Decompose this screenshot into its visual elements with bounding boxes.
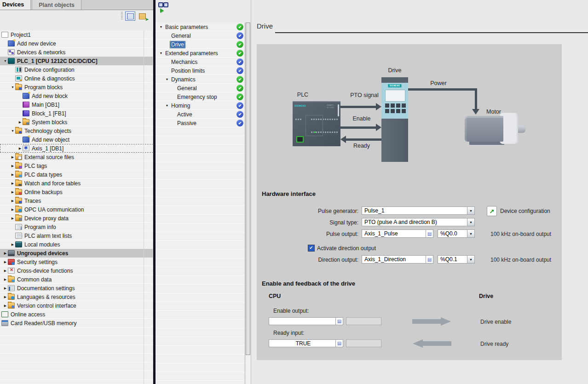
expander-icon[interactable]: ▶ — [3, 252, 8, 255]
config-nav-item[interactable]: Passive ✔ — [156, 119, 245, 127]
tree-item[interactable]: ▶ Local modules — [0, 240, 153, 249]
tree-item[interactable]: ▶ Device proxy data — [0, 214, 153, 223]
tree-item[interactable]: Add new object — [0, 135, 153, 144]
config-nav-item[interactable]: ▼ Dynamics ✔ — [156, 75, 245, 84]
start-icon[interactable] — [160, 8, 164, 13]
config-nav-item[interactable]: ▼ Basic parameters ✔ — [156, 23, 245, 31]
expander-icon[interactable]: ▼ — [164, 78, 170, 81]
dropdown-arrow-icon[interactable]: ▼ — [467, 256, 474, 263]
tree-item[interactable]: Add new device — [0, 39, 153, 48]
ready-input-input[interactable] — [271, 340, 335, 347]
expander-icon[interactable]: ▶ — [10, 182, 15, 185]
config-nav-scrollbar[interactable] — [245, 23, 251, 384]
pulse-generator-select[interactable]: Pulse_1 ▼ — [362, 206, 475, 215]
device-configuration-link[interactable]: Device configuration — [500, 208, 550, 214]
expander-icon[interactable]: ▶ — [10, 208, 15, 212]
tree-item[interactable]: Device configuration — [0, 65, 153, 74]
tab-devices[interactable]: Devices — [0, 0, 31, 10]
tree-item[interactable]: ▶ Ungrouped devices — [0, 249, 153, 258]
tree-item[interactable]: ▶ OPC UA communication — [0, 205, 153, 214]
expander-icon[interactable]: ▶ — [3, 269, 8, 273]
direction-output-field[interactable]: Axis_1_Direction ▤ — [362, 255, 433, 264]
tree-item[interactable]: ▶ Watch and force tables — [0, 179, 153, 188]
tree-item[interactable]: ▶ Axis_1 [DB1] — [0, 144, 153, 153]
browse-icon[interactable]: ▤ — [426, 230, 433, 237]
tree-item[interactable]: Main [OB1] — [0, 100, 153, 109]
expander-icon[interactable]: ▼ — [164, 104, 170, 107]
tree-item[interactable]: ▶ PLC tags — [0, 161, 153, 170]
tree-item[interactable]: Add new block — [0, 92, 153, 100]
direction-output-address-select[interactable]: %Q0.1 ▼ — [438, 255, 475, 264]
tree-item[interactable]: Online & diagnostics — [0, 74, 153, 83]
tree-item[interactable]: ▶ External source files — [0, 153, 153, 161]
tree-item[interactable]: ▶ Online backups — [0, 188, 153, 196]
tab-plant-objects[interactable]: Plant objects — [32, 0, 81, 10]
expander-icon[interactable]: ▶ — [3, 304, 8, 308]
tree-item[interactable]: Online access — [0, 310, 153, 319]
dropdown-arrow-icon[interactable]: ▼ — [467, 218, 474, 226]
tree-item[interactable]: ▶ Version control interface — [0, 301, 153, 310]
config-nav-item[interactable]: General ✔ — [156, 31, 245, 40]
config-nav-item[interactable]: General ✔ — [156, 84, 245, 92]
enable-output-field[interactable]: ▤ — [269, 317, 343, 325]
expander-icon[interactable]: ▶ — [17, 120, 23, 124]
config-nav-item[interactable]: ▼ Extended parameters ✔ — [156, 49, 245, 57]
expander-icon[interactable]: ▶ — [10, 190, 15, 194]
tree-item[interactable]: PLC alarm text lists — [0, 231, 153, 240]
pulse-output-address-select[interactable]: %Q0.0 ▼ — [438, 229, 475, 238]
config-nav-item[interactable]: Drive ✔ — [156, 40, 245, 49]
expander-icon[interactable]: ▼ — [3, 59, 8, 63]
tree-item[interactable]: ▶ Languages & resources — [0, 292, 153, 301]
tree-item[interactable]: ▶ Documentation settings — [0, 284, 153, 292]
scrollbar-thumb[interactable] — [246, 23, 250, 355]
tree-item[interactable]: ▼ Program blocks — [0, 83, 153, 92]
expander-icon[interactable]: ▶ — [17, 147, 23, 150]
pulse-output-field[interactable]: Axis_1_Pulse ▤ — [362, 229, 433, 238]
expander-icon[interactable]: ▶ — [3, 287, 8, 290]
expander-icon[interactable]: ▼ — [10, 129, 15, 132]
expander-icon[interactable]: ▶ — [3, 295, 8, 299]
expander-icon[interactable]: ▶ — [10, 155, 15, 159]
config-nav-item[interactable]: Active ✔ — [156, 110, 245, 119]
signal-type-select[interactable]: PTO (pulse A and direction B) ▼ — [362, 218, 475, 226]
expander-icon[interactable]: ▶ — [10, 173, 15, 177]
enable-output-input[interactable] — [271, 318, 335, 325]
open-editor-button[interactable]: ➤ — [137, 11, 147, 21]
expander-icon[interactable]: ▼ — [10, 86, 15, 89]
expander-icon[interactable]: ▶ — [3, 260, 8, 264]
config-nav-item[interactable]: Mechanics ✔ — [156, 57, 245, 66]
details-view-button[interactable] — [125, 11, 135, 21]
browse-icon[interactable]: ▤ — [426, 256, 433, 263]
dropdown-arrow-icon[interactable]: ▼ — [467, 230, 474, 237]
tree-item[interactable]: ▼ Technology objects — [0, 126, 153, 135]
tree-item[interactable]: ▶ Common data — [0, 275, 153, 284]
tree-item[interactable]: Card Reader/USB memory — [0, 319, 153, 327]
browse-icon[interactable]: ▤ — [335, 340, 343, 347]
tree-item[interactable]: Block_1 [FB1] — [0, 109, 153, 118]
tree-item[interactable]: ▶ Cross-device functions — [0, 266, 153, 275]
config-nav-item[interactable]: Position limits ✔ — [156, 66, 245, 75]
dropdown-arrow-icon[interactable]: ▼ — [467, 207, 474, 214]
expander-icon[interactable]: ▶ — [10, 164, 15, 168]
tree-item[interactable]: ▶ Traces — [0, 196, 153, 205]
expander-icon[interactable]: ▶ — [10, 199, 15, 203]
tree-item[interactable]: ▶ System blocks — [0, 118, 153, 126]
config-nav-item[interactable]: Emergency stop ✔ — [156, 92, 245, 101]
tree-item[interactable]: Project1 — [0, 30, 153, 39]
tree-item[interactable]: Program info — [0, 223, 153, 231]
function-view-icon[interactable] — [158, 2, 168, 6]
expander-icon[interactable]: ▶ — [10, 243, 15, 246]
tree-item[interactable]: ▶ PLC data types — [0, 170, 153, 179]
expander-icon[interactable]: ▼ — [158, 52, 164, 55]
activate-direction-checkbox[interactable]: ✔ — [308, 245, 315, 252]
browse-icon[interactable]: ▤ — [335, 318, 343, 325]
tree-item[interactable]: ▶ Security settings — [0, 258, 153, 266]
config-nav-item[interactable]: ▼ Homing ✔ — [156, 101, 245, 110]
ready-input-field[interactable]: ▤ — [269, 339, 343, 347]
device-configuration-button[interactable]: ↗ — [487, 206, 497, 216]
expander-icon[interactable]: ▼ — [158, 25, 164, 29]
tree-item[interactable]: Devices & networks — [0, 48, 153, 57]
expander-icon[interactable]: ▶ — [10, 217, 15, 220]
expander-icon[interactable]: ▶ — [3, 278, 8, 281]
tree-item[interactable]: ▼ PLC_1 [CPU 1212C DC/DC/DC] — [0, 57, 153, 65]
